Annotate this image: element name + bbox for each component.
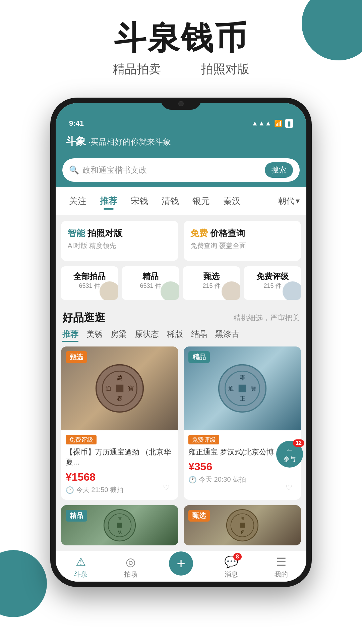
svg-rect-9	[239, 384, 246, 392]
nav-item-auction[interactable]: ◎ 拍场	[106, 555, 156, 579]
search-input[interactable]: 政和通宝楷书文政	[82, 165, 261, 175]
clock-icon-1: 🕐	[66, 486, 74, 494]
product-grid: 萬 春 通 寶 甄选 ♡ 免费评级 【裸币】万历通宝遒劲 （北京华夏... ¥1…	[61, 346, 301, 546]
phone-notch	[161, 98, 201, 110]
auction-cat-curated-name: 甄选	[187, 271, 236, 282]
brand-slogan: ·买品相好的你就来斗象	[88, 137, 171, 146]
product-free-badge-1: 免费评级	[66, 435, 97, 444]
nav-item-add[interactable]: +	[156, 555, 206, 579]
filter-tag-original[interactable]: 原状态	[135, 329, 159, 342]
nav-label-home: 斗泉	[74, 570, 87, 579]
svg-rect-2	[116, 384, 124, 392]
app-title: 斗泉钱币	[13, 20, 349, 56]
svg-text:寶: 寶	[128, 385, 134, 391]
feature-card-price-sub: 免费查询 覆盖全面	[190, 241, 294, 250]
wifi-icon: 📶	[274, 119, 283, 127]
signal-icon: ▲▲▲	[252, 119, 272, 127]
app-top-bar: 斗象 ·买品相好的你就来斗象	[56, 131, 306, 155]
tab-qin[interactable]: 秦汉	[217, 193, 247, 210]
highlight-free: 免费	[190, 228, 208, 238]
float-arrow-icon: ←	[286, 445, 294, 454]
filter-tag-beam[interactable]: 房梁	[111, 329, 127, 342]
subtitle-right: 拍照对版	[201, 61, 249, 77]
float-badge: 12	[293, 439, 304, 447]
product-card-2[interactable]: 雍 正 通 寶 精品 ♡ 免费评级 雍正通宝 罗汉式(北京公博 美... ¥35…	[184, 346, 301, 500]
product-card-1[interactable]: 萬 春 通 寶 甄选 ♡ 免费评级 【裸币】万历通宝遒劲 （北京华夏... ¥1…	[61, 346, 178, 500]
auction-cat-free[interactable]: 免费评级 215 件	[244, 266, 301, 300]
filter-tag-lacquer[interactable]: 黑漆古	[215, 329, 239, 342]
nav-item-mine[interactable]: ☰ 我的	[256, 555, 306, 579]
product-badge-3: 精品	[66, 510, 87, 522]
tab-follow[interactable]: 关注	[62, 193, 93, 210]
tab-recommend[interactable]: 推荐	[93, 193, 124, 210]
tab-dynasty[interactable]: 朝代 ▾	[278, 196, 300, 206]
auction-cat-free-name: 免费评级	[248, 271, 297, 282]
auction-cat-premium-count: 6531 件	[126, 282, 175, 290]
product-time-1: 🕐 今天 21:50 截拍	[66, 485, 174, 494]
auction-cat-premium[interactable]: 精品 6531 件	[122, 266, 179, 300]
feature-price-rest: 价格查询	[210, 228, 245, 238]
svg-text:珍: 珍	[241, 516, 244, 520]
search-icon: 🔍	[69, 165, 79, 175]
nav-item-message[interactable]: 💬 8 消息	[206, 555, 256, 579]
product-heart-2[interactable]: ♡	[282, 480, 296, 495]
search-button[interactable]: 搜索	[265, 162, 293, 178]
battery-icon: ▮	[285, 119, 293, 128]
feature-card-price-title: 免费 价格查询	[190, 227, 294, 239]
svg-text:通: 通	[106, 385, 111, 391]
product-heart-1[interactable]: ♡	[159, 480, 174, 495]
nav-item-home[interactable]: ⚠ 斗泉	[56, 555, 106, 579]
float-participate-button[interactable]: 12 ← 参与	[276, 441, 303, 468]
product-name-1: 【裸币】万历通宝遒劲 （北京华夏...	[66, 447, 174, 468]
filter-tags: 推荐 美锈 房梁 原状态 稀版 结晶 黑漆古	[61, 329, 301, 346]
auction-cat-premium-name: 精品	[126, 271, 175, 282]
auction-cat-all-name: 全部拍品	[65, 271, 114, 282]
product-free-badge-2: 免费评级	[188, 435, 219, 444]
product-badge-4: 甄选	[188, 510, 210, 522]
svg-text:萬: 萬	[117, 374, 123, 381]
main-content: 智能 拍照对版 AI对版 精度领先 免费 价格查询 免费查询	[56, 215, 306, 551]
section-title: 好品逛逛	[62, 311, 105, 325]
filter-tag-rust[interactable]: 美锈	[86, 329, 103, 342]
svg-text:古: 古	[118, 516, 122, 520]
tab-song[interactable]: 宋钱	[124, 193, 155, 210]
product-card-4[interactable]: 珍 稀 甄选	[184, 505, 301, 545]
brand-name: 斗象	[66, 136, 86, 147]
app-header: 斗泉钱币 精品拍卖 拍照对版	[0, 0, 362, 88]
auction-cat-all[interactable]: 全部拍品 6531 件	[61, 266, 118, 300]
nav-label-auction: 拍场	[124, 570, 137, 579]
add-button[interactable]: +	[169, 551, 193, 576]
feature-card-photo-title: 智能 拍照对版	[68, 227, 172, 239]
tab-qing[interactable]: 清钱	[155, 193, 186, 210]
auction-categories: 全部拍品 6531 件 精品 6531 件 甄选 215 件	[61, 266, 301, 300]
feature-card-photo[interactable]: 智能 拍照对版 AI对版 精度领先	[61, 221, 178, 261]
svg-text:寶: 寶	[251, 385, 256, 391]
category-tabs: 关注 推荐 宋钱 清钱 银元 秦汉 朝代 ▾	[56, 187, 306, 215]
section-subtitle: 精挑细选，严审把关	[233, 313, 300, 323]
auction-icon: ◎	[126, 555, 136, 569]
svg-text:雍: 雍	[240, 374, 245, 381]
message-wrapper: 💬 8	[224, 555, 238, 569]
product-price-1: ¥1568	[66, 471, 174, 483]
search-area: 🔍 政和通宝楷书文政 搜索	[56, 155, 306, 187]
chevron-down-icon: ▾	[296, 196, 300, 206]
filter-tag-rare[interactable]: 稀版	[167, 329, 183, 342]
feature-card-photo-sub: AI对版 精度领先	[68, 241, 172, 250]
auction-cat-curated[interactable]: 甄选 215 件	[183, 266, 240, 300]
product-card-3[interactable]: 古 钱 精品	[61, 505, 178, 545]
filter-tag-recommend[interactable]: 推荐	[62, 329, 78, 342]
phone-inner: 9:41 ▲▲▲ 📶 ▮ 斗象 ·买品相好的你就来斗象 🔍 政和通宝楷书文政 搜…	[56, 103, 306, 582]
svg-text:通: 通	[228, 385, 234, 391]
product-badge-1: 甄选	[66, 351, 87, 363]
filter-tag-crystal[interactable]: 结晶	[191, 329, 207, 342]
svg-rect-16	[117, 523, 122, 528]
message-badge: 8	[233, 553, 242, 560]
svg-rect-21	[240, 523, 245, 528]
tab-silver[interactable]: 银元	[186, 193, 217, 210]
status-time: 9:41	[69, 119, 84, 128]
search-box[interactable]: 🔍 政和通宝楷书文政 搜索	[62, 158, 300, 182]
feature-card-price[interactable]: 免费 价格查询 免费查询 覆盖全面	[184, 221, 301, 261]
bottom-nav: ⚠ 斗泉 ◎ 拍场 + 💬 8 消息 ☰	[56, 551, 306, 582]
product-time-2: 🕐 今天 20:30 截拍	[188, 475, 296, 484]
svg-text:稀: 稀	[241, 530, 244, 534]
